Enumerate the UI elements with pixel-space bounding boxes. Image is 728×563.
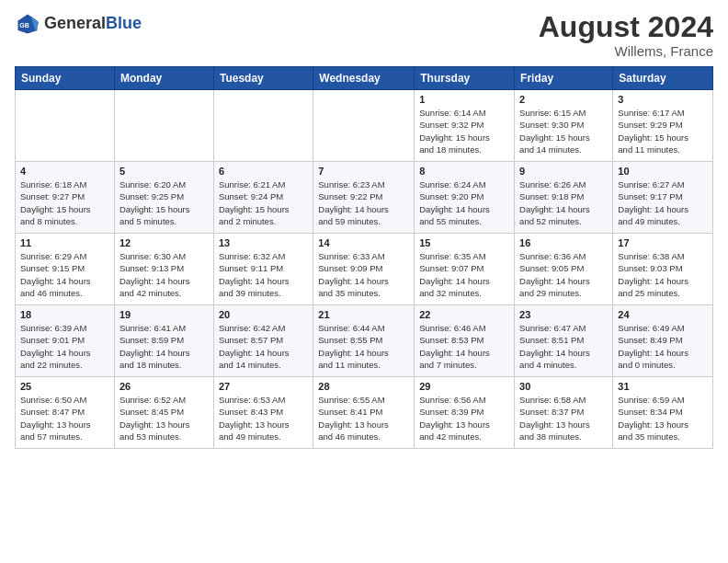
day-detail: Sunrise: 6:21 AM Sunset: 9:24 PM Dayligh… <box>219 178 308 227</box>
day-detail: Sunrise: 6:39 AM Sunset: 9:01 PM Dayligh… <box>20 322 109 371</box>
calendar-cell: 7Sunrise: 6:23 AM Sunset: 9:22 PM Daylig… <box>313 162 415 234</box>
day-number: 22 <box>419 309 509 320</box>
day-detail: Sunrise: 6:32 AM Sunset: 9:11 PM Dayligh… <box>219 250 308 299</box>
day-detail: Sunrise: 6:50 AM Sunset: 8:47 PM Dayligh… <box>20 394 109 442</box>
calendar-cell: 5Sunrise: 6:20 AM Sunset: 9:25 PM Daylig… <box>114 162 213 234</box>
day-detail: Sunrise: 6:36 AM Sunset: 9:05 PM Dayligh… <box>519 250 608 299</box>
calendar-cell: 25Sunrise: 6:50 AM Sunset: 8:47 PM Dayli… <box>16 377 115 449</box>
calendar-cell: 28Sunrise: 6:55 AM Sunset: 8:41 PM Dayli… <box>313 377 415 449</box>
day-number: 10 <box>618 166 708 177</box>
day-number: 30 <box>519 381 608 392</box>
day-number: 2 <box>519 94 608 105</box>
calendar-cell <box>16 90 115 162</box>
calendar-cell <box>114 90 213 162</box>
day-number: 24 <box>618 309 708 320</box>
calendar-cell: 31Sunrise: 6:59 AM Sunset: 8:34 PM Dayli… <box>613 377 713 449</box>
day-number: 9 <box>519 166 608 177</box>
day-detail: Sunrise: 6:33 AM Sunset: 9:09 PM Dayligh… <box>318 250 409 299</box>
day-number: 8 <box>419 166 509 177</box>
calendar-cell: 24Sunrise: 6:49 AM Sunset: 8:49 PM Dayli… <box>613 305 713 377</box>
calendar-header-wednesday: Wednesday <box>313 67 415 90</box>
day-detail: Sunrise: 6:29 AM Sunset: 9:15 PM Dayligh… <box>20 250 109 299</box>
day-detail: Sunrise: 6:49 AM Sunset: 8:49 PM Dayligh… <box>618 322 708 371</box>
day-detail: Sunrise: 6:15 AM Sunset: 9:30 PM Dayligh… <box>519 107 608 155</box>
header: GB GeneralBlue August 2024 Willems, Fran… <box>15 11 713 59</box>
logo-blue-text: Blue <box>106 15 142 33</box>
calendar-week-4: 25Sunrise: 6:50 AM Sunset: 8:47 PM Dayli… <box>16 377 713 449</box>
day-detail: Sunrise: 6:18 AM Sunset: 9:27 PM Dayligh… <box>20 178 109 227</box>
day-number: 5 <box>119 166 209 177</box>
day-detail: Sunrise: 6:55 AM Sunset: 8:41 PM Dayligh… <box>318 394 409 442</box>
calendar-week-0: 1Sunrise: 6:14 AM Sunset: 9:32 PM Daylig… <box>16 90 713 162</box>
calendar-cell: 22Sunrise: 6:46 AM Sunset: 8:53 PM Dayli… <box>415 305 515 377</box>
day-detail: Sunrise: 6:56 AM Sunset: 8:39 PM Dayligh… <box>419 394 509 442</box>
month-year: August 2024 <box>539 11 713 43</box>
day-number: 6 <box>219 166 308 177</box>
day-detail: Sunrise: 6:38 AM Sunset: 9:03 PM Dayligh… <box>618 250 708 299</box>
day-detail: Sunrise: 6:27 AM Sunset: 9:17 PM Dayligh… <box>618 178 708 227</box>
day-number: 17 <box>618 237 708 248</box>
day-detail: Sunrise: 6:41 AM Sunset: 8:59 PM Dayligh… <box>119 322 209 371</box>
calendar-cell: 21Sunrise: 6:44 AM Sunset: 8:55 PM Dayli… <box>313 305 415 377</box>
calendar-header-sunday: Sunday <box>16 67 115 90</box>
calendar-cell: 12Sunrise: 6:30 AM Sunset: 9:13 PM Dayli… <box>114 234 213 305</box>
calendar-cell: 30Sunrise: 6:58 AM Sunset: 8:37 PM Dayli… <box>515 377 613 449</box>
calendar-cell: 2Sunrise: 6:15 AM Sunset: 9:30 PM Daylig… <box>515 90 613 162</box>
calendar-cell: 19Sunrise: 6:41 AM Sunset: 8:59 PM Dayli… <box>114 305 213 377</box>
day-number: 18 <box>20 309 109 320</box>
calendar-cell: 9Sunrise: 6:26 AM Sunset: 9:18 PM Daylig… <box>515 162 613 234</box>
day-number: 19 <box>119 309 209 320</box>
calendar-week-1: 4Sunrise: 6:18 AM Sunset: 9:27 PM Daylig… <box>16 162 713 234</box>
title-block: August 2024 Willems, France <box>539 11 713 59</box>
day-number: 26 <box>119 381 209 392</box>
calendar-cell: 18Sunrise: 6:39 AM Sunset: 9:01 PM Dayli… <box>16 305 115 377</box>
day-number: 3 <box>618 94 708 105</box>
day-number: 12 <box>119 237 209 248</box>
logo-general-text: General <box>44 15 106 33</box>
calendar-week-2: 11Sunrise: 6:29 AM Sunset: 9:15 PM Dayli… <box>16 234 713 305</box>
calendar-cell: 13Sunrise: 6:32 AM Sunset: 9:11 PM Dayli… <box>213 234 313 305</box>
calendar-header-thursday: Thursday <box>415 67 515 90</box>
day-number: 15 <box>419 237 509 248</box>
day-detail: Sunrise: 6:59 AM Sunset: 8:34 PM Dayligh… <box>618 394 708 442</box>
day-number: 25 <box>20 381 109 392</box>
calendar-cell: 3Sunrise: 6:17 AM Sunset: 9:29 PM Daylig… <box>613 90 713 162</box>
day-detail: Sunrise: 6:58 AM Sunset: 8:37 PM Dayligh… <box>519 394 608 442</box>
logo-icon: GB <box>15 11 40 37</box>
page: GB GeneralBlue August 2024 Willems, Fran… <box>0 0 728 563</box>
logo: GB GeneralBlue <box>15 11 142 37</box>
calendar-cell <box>313 90 415 162</box>
day-number: 21 <box>318 309 409 320</box>
calendar-cell: 23Sunrise: 6:47 AM Sunset: 8:51 PM Dayli… <box>515 305 613 377</box>
calendar-header-monday: Monday <box>114 67 213 90</box>
calendar-cell: 15Sunrise: 6:35 AM Sunset: 9:07 PM Dayli… <box>415 234 515 305</box>
day-number: 14 <box>318 237 409 248</box>
calendar-cell: 6Sunrise: 6:21 AM Sunset: 9:24 PM Daylig… <box>213 162 313 234</box>
day-detail: Sunrise: 6:47 AM Sunset: 8:51 PM Dayligh… <box>519 322 608 371</box>
day-number: 23 <box>519 309 608 320</box>
day-detail: Sunrise: 6:42 AM Sunset: 8:57 PM Dayligh… <box>219 322 308 371</box>
calendar-cell: 20Sunrise: 6:42 AM Sunset: 8:57 PM Dayli… <box>213 305 313 377</box>
day-number: 13 <box>219 237 308 248</box>
calendar-header-tuesday: Tuesday <box>213 67 313 90</box>
day-number: 31 <box>618 381 708 392</box>
calendar-cell: 8Sunrise: 6:24 AM Sunset: 9:20 PM Daylig… <box>415 162 515 234</box>
day-number: 7 <box>318 166 409 177</box>
day-number: 27 <box>219 381 308 392</box>
location: Willems, France <box>539 43 713 59</box>
day-detail: Sunrise: 6:52 AM Sunset: 8:45 PM Dayligh… <box>119 394 209 442</box>
day-detail: Sunrise: 6:35 AM Sunset: 9:07 PM Dayligh… <box>419 250 509 299</box>
svg-text:GB: GB <box>19 22 29 29</box>
day-number: 16 <box>519 237 608 248</box>
calendar-header-friday: Friday <box>515 67 613 90</box>
day-number: 4 <box>20 166 109 177</box>
calendar-header-saturday: Saturday <box>613 67 713 90</box>
day-detail: Sunrise: 6:53 AM Sunset: 8:43 PM Dayligh… <box>219 394 308 442</box>
calendar-cell: 10Sunrise: 6:27 AM Sunset: 9:17 PM Dayli… <box>613 162 713 234</box>
calendar-header-row: SundayMondayTuesdayWednesdayThursdayFrid… <box>16 67 713 90</box>
calendar-cell: 14Sunrise: 6:33 AM Sunset: 9:09 PM Dayli… <box>313 234 415 305</box>
day-detail: Sunrise: 6:46 AM Sunset: 8:53 PM Dayligh… <box>419 322 509 371</box>
calendar-table: SundayMondayTuesdayWednesdayThursdayFrid… <box>15 66 713 449</box>
calendar-cell <box>213 90 313 162</box>
calendar-cell: 17Sunrise: 6:38 AM Sunset: 9:03 PM Dayli… <box>613 234 713 305</box>
